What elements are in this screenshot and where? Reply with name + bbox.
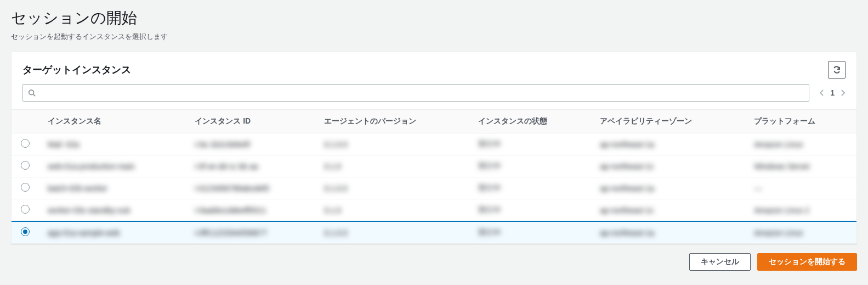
cell-state: 実行中	[469, 133, 591, 155]
page-number: 1	[830, 88, 835, 97]
cell-state: 実行中	[469, 177, 591, 199]
start-session-button[interactable]: セッションを開始する	[757, 253, 857, 271]
col-instance-name: インスタンス名	[39, 110, 186, 133]
cell-name: Mail -02a	[39, 133, 186, 155]
table-row[interactable]: web-01a-production-maini-0f ee dd cc bb …	[12, 155, 856, 177]
row-select-radio[interactable]	[21, 227, 30, 236]
cell-platform: Amazon Linux 2	[745, 199, 856, 222]
cell-platform: Amazon Linux	[745, 133, 856, 155]
cell-az: ap-northeast-1c	[591, 199, 745, 222]
row-select-radio[interactable]	[21, 205, 30, 214]
svg-point-0	[29, 90, 34, 95]
cell-platform: —	[745, 177, 856, 199]
search-input[interactable]	[41, 85, 809, 101]
cell-agent: 3.1.0.0	[315, 133, 469, 155]
col-instance-id: インスタンス ID	[186, 110, 315, 133]
page-subtitle: セッションを起動するインスタンスを選択します	[11, 32, 857, 42]
search-icon	[23, 89, 41, 97]
cell-id: i-0123456789abcdef0	[186, 177, 315, 199]
cell-az: ap-northeast-1a	[591, 221, 745, 244]
cell-id: i-0ff11223344556677	[186, 221, 315, 244]
search-input-wrapper[interactable]	[22, 84, 809, 102]
cell-agent: 3.1.0	[315, 155, 469, 177]
col-instance-state: インスタンスの状態	[469, 110, 591, 133]
panel-title: ターゲットインスタンス	[22, 63, 828, 76]
row-select-radio[interactable]	[21, 139, 30, 148]
svg-line-1	[33, 94, 36, 97]
cell-id: i-0a 1b2c3d4e5f	[186, 133, 315, 155]
table-row[interactable]: app-01a-sample-webi-0ff112233445566773.1…	[12, 221, 856, 244]
cancel-button[interactable]: キャンセル	[689, 253, 751, 271]
cell-platform: Windows Server	[745, 155, 856, 177]
col-availability-zone: アベイラビリティーゾーン	[591, 110, 745, 133]
target-instances-panel: ターゲットインスタンス	[11, 52, 857, 244]
table-row[interactable]: batch-02b-workeri-0123456789abcdef03.1.0…	[12, 177, 856, 199]
col-select	[12, 110, 39, 133]
next-page[interactable]	[840, 89, 846, 97]
cell-az: ap-northeast-1a	[591, 177, 745, 199]
table-row[interactable]: Mail -02ai-0a 1b2c3d4e5f3.1.0.0実行中ap-nor…	[12, 133, 856, 155]
page-title: セッションの開始	[11, 8, 857, 29]
cell-agent: 3.1.0.0	[315, 177, 469, 199]
row-select-radio[interactable]	[21, 183, 30, 192]
cell-az: ap-northeast-1c	[591, 155, 745, 177]
cell-name: web-01a-production-main	[39, 155, 186, 177]
cell-state: 実行中	[469, 155, 591, 177]
cell-state: 実行中	[469, 199, 591, 222]
table-row[interactable]: worker-03c-standby-subi-0aabbccddeeff001…	[12, 199, 856, 222]
cell-name: app-01a-sample-web	[39, 221, 186, 244]
cell-agent: 3.1.0	[315, 199, 469, 222]
row-select-radio[interactable]	[21, 161, 30, 170]
cell-az: ap-northeast-1a	[591, 133, 745, 155]
pagination: 1	[819, 88, 846, 97]
cell-platform: Amazon Linux	[745, 221, 856, 244]
refresh-button[interactable]	[828, 61, 846, 79]
prev-page[interactable]	[819, 89, 825, 97]
cell-id: i-0f ee dd cc bb aa	[186, 155, 315, 177]
cell-state: 実行中	[469, 221, 591, 244]
refresh-icon	[832, 65, 841, 74]
instances-table: インスタンス名 インスタンス ID エージェントのバージョン インスタンスの状態…	[12, 109, 856, 244]
cell-name: batch-02b-worker	[39, 177, 186, 199]
cell-name: worker-03c-standby-sub	[39, 199, 186, 222]
col-agent-version: エージェントのバージョン	[315, 110, 469, 133]
col-platform: プラットフォーム	[745, 110, 856, 133]
cell-agent: 3.1.0.0	[315, 221, 469, 244]
cell-id: i-0aabbccddeeff0011	[186, 199, 315, 222]
